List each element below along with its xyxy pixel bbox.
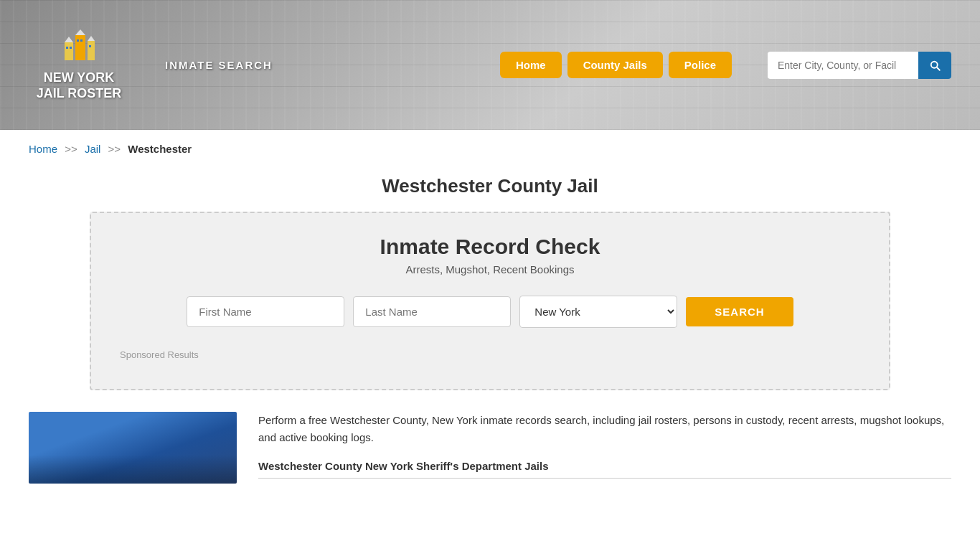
breadcrumb: Home >> Jail >> Westchester [0, 130, 980, 168]
nav-county-jails-button[interactable]: County Jails [567, 52, 663, 78]
svg-rect-1 [75, 35, 85, 60]
svg-rect-9 [80, 39, 83, 42]
bottom-section: Perform a free Westchester County, New Y… [0, 412, 980, 512]
first-name-input[interactable] [187, 296, 344, 327]
header-search-bar [768, 52, 951, 79]
site-header: NEW YORK JAIL ROSTER INMATE SEARCH Home … [0, 0, 980, 130]
search-icon [928, 59, 941, 72]
main-nav: Home County Jails Police [500, 52, 732, 78]
inmate-search-form: AlabamaAlaskaArizonaArkansasCaliforniaCo… [120, 296, 860, 328]
inmate-search-button[interactable]: SEARCH [686, 297, 793, 326]
record-check-title: Inmate Record Check [120, 235, 860, 259]
sponsored-results-label: Sponsored Results [120, 342, 860, 360]
record-check-box: Inmate Record Check Arrests, Mugshot, Re… [90, 212, 890, 390]
breadcrumb-home-link[interactable]: Home [29, 143, 57, 155]
svg-rect-2 [88, 41, 95, 60]
last-name-input[interactable] [353, 296, 511, 327]
record-check-subtitle: Arrests, Mugshot, Recent Bookings [120, 263, 860, 276]
logo-text: NEW YORK JAIL ROSTER [37, 70, 122, 101]
logo-icon [57, 28, 100, 67]
breadcrumb-jail-link[interactable]: Jail [85, 143, 101, 155]
state-select[interactable]: AlabamaAlaskaArizonaArkansasCaliforniaCo… [519, 296, 677, 328]
svg-rect-8 [77, 39, 79, 42]
inmate-search-label: INMATE SEARCH [165, 59, 273, 71]
description-text: Perform a free Westchester County, New Y… [258, 412, 951, 446]
header-search-button[interactable] [918, 52, 951, 79]
bottom-text: Perform a free Westchester County, New Y… [258, 412, 951, 490]
svg-marker-4 [75, 29, 85, 35]
svg-rect-10 [89, 45, 91, 47]
header-search-input[interactable] [768, 52, 918, 78]
nav-home-button[interactable]: Home [500, 52, 562, 78]
svg-marker-5 [88, 36, 95, 41]
breadcrumb-sep2: >> [108, 143, 121, 155]
logo-area: NEW YORK JAIL ROSTER [29, 28, 129, 101]
header-content: NEW YORK JAIL ROSTER INMATE SEARCH Home … [0, 28, 980, 101]
svg-rect-7 [70, 47, 72, 49]
page-title: Westchester County Jail [0, 168, 980, 212]
sub-heading: Westchester County New York Sheriff's De… [258, 458, 951, 479]
svg-rect-0 [65, 42, 73, 60]
facility-image [29, 412, 237, 484]
nav-police-button[interactable]: Police [669, 52, 732, 78]
breadcrumb-current: Westchester [128, 143, 192, 155]
svg-rect-6 [66, 47, 68, 49]
breadcrumb-sep1: >> [65, 143, 77, 155]
svg-marker-3 [65, 37, 73, 42]
